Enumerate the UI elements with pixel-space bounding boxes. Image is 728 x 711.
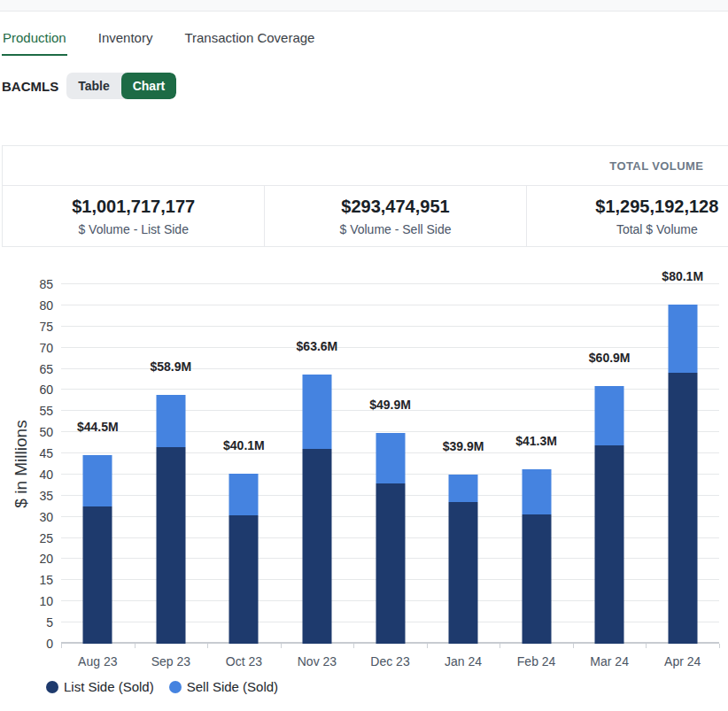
bar-segment-sell-side (376, 433, 405, 484)
x-axis-tick (500, 644, 500, 648)
bar-column-jan-24 (449, 284, 478, 644)
bar-total-label: $49.9M (369, 398, 411, 412)
bar-total-label: $80.1M (662, 269, 703, 283)
x-axis-tick (427, 644, 428, 648)
bar-segment-sell-side (156, 395, 185, 447)
x-axis-tick (646, 644, 647, 648)
stat-card: $1,001,717,177$ Volume - List Side (3, 186, 264, 246)
bar-segment-list-side (302, 449, 331, 644)
legend-label: Sell Side (Sold) (187, 679, 278, 694)
chart-legend: List Side (Sold)Sell Side (Sold) (46, 679, 278, 694)
legend-swatch (169, 681, 182, 693)
view-toggle: TableChart (66, 73, 176, 99)
y-tick-label: 70 (0, 341, 53, 355)
y-tick-label: 10 (0, 594, 53, 608)
bar-segment-list-side (449, 502, 478, 644)
bar-column-sep-23 (156, 284, 185, 644)
y-tick-label: 65 (0, 362, 53, 376)
source-label: BACMLS (2, 79, 58, 94)
x-axis-tick (281, 644, 282, 648)
bar-segment-sell-side (595, 386, 624, 445)
bar-segment-sell-side (522, 469, 551, 514)
bar-column-aug-23 (83, 284, 112, 644)
bar-column-oct-23 (229, 284, 259, 644)
x-axis-tick (719, 644, 720, 648)
tab-transaction-coverage[interactable]: Transaction Coverage (183, 30, 315, 56)
legend-swatch (46, 681, 58, 693)
tab-bar: ProductionInventoryTransaction Coverage (2, 30, 728, 56)
bar-total-label: $39.9M (443, 439, 484, 453)
legend-label: List Side (Sold) (64, 679, 154, 694)
bar-column-dec-23 (376, 284, 405, 644)
legend-item-sell-side-sold-[interactable]: Sell Side (Sold) (169, 679, 278, 694)
y-tick-label: 5 (0, 615, 53, 630)
x-axis-tick (353, 644, 354, 648)
x-axis-tick (573, 644, 574, 648)
x-axis-tick (207, 644, 208, 648)
y-tick-label: 15 (0, 573, 53, 587)
bar-column-mar-24 (595, 284, 624, 644)
bar-segment-list-side (595, 445, 624, 644)
stat-value: $1,295,192,128 (595, 197, 718, 216)
volume-chart: $ in Millions $44.5M$58.9M$40.1M$63.6M$4… (0, 284, 728, 709)
bar-segment-list-side (668, 373, 697, 644)
y-tick-label: 85 (0, 277, 53, 291)
stat-caption: $ Volume - List Side (78, 222, 189, 236)
bar-total-label: $60.9M (589, 351, 631, 365)
bar-segment-list-side (83, 506, 112, 644)
tab-inventory[interactable]: Inventory (97, 30, 154, 56)
stat-caption: $ Volume - Sell Side (339, 222, 451, 236)
tab-production[interactable]: Production (2, 30, 67, 56)
x-axis-tick (135, 644, 136, 648)
stat-value: $293,474,951 (341, 197, 449, 216)
toolbar: BACMLS TableChart (2, 73, 728, 99)
x-axis-tick (61, 644, 62, 648)
y-tick-label: 40 (0, 468, 53, 482)
bar-segment-list-side (376, 483, 405, 644)
legend-item-list-side-sold-[interactable]: List Side (Sold) (46, 679, 154, 694)
summary-panel-header: TOTAL VOLUME (3, 146, 728, 186)
bar-segment-sell-side (83, 455, 112, 506)
bar-segment-sell-side (302, 375, 331, 449)
bar-segment-sell-side (668, 305, 697, 373)
y-tick-label: 55 (0, 404, 53, 418)
y-tick-label: 80 (0, 298, 53, 313)
bar-segment-sell-side (449, 475, 478, 502)
y-tick-label: 45 (0, 446, 53, 460)
y-tick-label: 30 (0, 510, 53, 524)
chart-button[interactable]: Chart (121, 73, 177, 99)
total-volume-header: TOTAL VOLUME (609, 159, 703, 173)
bar-segment-sell-side (229, 474, 259, 515)
summary-stats-row: $1,001,717,177$ Volume - List Side$293,4… (3, 186, 728, 246)
y-tick-label: 35 (0, 489, 53, 503)
bar-total-label: $58.9M (150, 359, 191, 374)
plot-area: $44.5M$58.9M$40.1M$63.6M$49.9M$39.9M$41.… (61, 284, 719, 644)
bar-total-label: $44.5M (77, 420, 119, 434)
stat-caption: Total $ Volume (616, 222, 698, 236)
bar-column-feb-24 (522, 284, 551, 644)
y-tick-label: 20 (0, 552, 53, 566)
y-tick-label: 50 (0, 425, 53, 439)
bar-total-label: $63.6M (297, 339, 338, 353)
bar-segment-list-side (522, 514, 551, 644)
x-axis-label: Apr 24 (639, 654, 727, 668)
top-bar (0, 0, 728, 12)
stat-card: $1,295,192,128Total $ Volume (526, 186, 728, 246)
y-tick-label: 60 (0, 383, 53, 397)
bar-total-label: $40.1M (223, 438, 265, 452)
table-button[interactable]: Table (66, 73, 121, 99)
bar-total-label: $41.3M (515, 434, 557, 448)
bar-segment-list-side (229, 515, 259, 644)
y-tick-label: 0 (0, 637, 53, 651)
stat-value: $1,001,717,177 (72, 197, 195, 216)
stat-card: $293,474,951$ Volume - Sell Side (264, 186, 525, 246)
y-tick-label: 25 (0, 531, 53, 545)
bar-column-apr-24 (668, 284, 697, 644)
y-tick-label: 75 (0, 320, 53, 334)
summary-panel: TOTAL VOLUME $1,001,717,177$ Volume - Li… (2, 145, 728, 247)
bar-segment-list-side (156, 447, 185, 644)
bar-column-nov-23 (302, 284, 331, 644)
